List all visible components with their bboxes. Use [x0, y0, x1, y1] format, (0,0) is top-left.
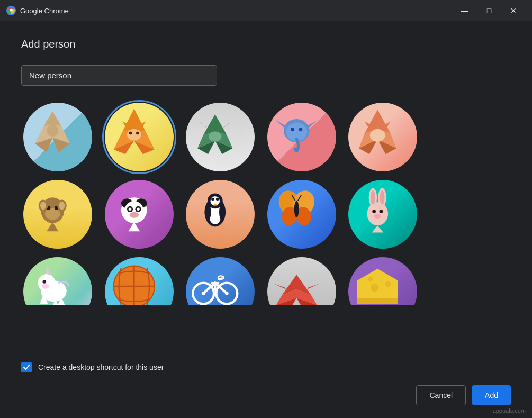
avatar-rabbit[interactable] [348, 180, 417, 249]
avatar-bird[interactable] [267, 257, 336, 305]
svg-point-65 [219, 203, 225, 221]
svg-point-55 [129, 212, 139, 218]
svg-marker-85 [41, 269, 47, 275]
dialog-content: Add person [0, 21, 532, 418]
svg-point-17 [136, 132, 139, 135]
svg-point-104 [218, 276, 224, 279]
svg-marker-23 [222, 120, 233, 129]
svg-point-16 [129, 132, 132, 135]
svg-point-39 [45, 208, 60, 220]
svg-marker-112 [357, 298, 398, 304]
svg-point-77 [380, 190, 385, 205]
avatar-section [21, 98, 511, 351]
svg-marker-56 [128, 222, 140, 232]
svg-marker-109 [273, 284, 286, 289]
svg-point-115 [368, 277, 373, 282]
avatar-cheese[interactable] [348, 257, 417, 305]
avatar-bicycle[interactable] [186, 257, 255, 305]
svg-point-76 [371, 190, 375, 205]
svg-marker-42 [47, 222, 58, 232]
svg-marker-9 [122, 108, 146, 132]
dialog-title: Add person [21, 38, 511, 50]
svg-point-30 [299, 128, 302, 132]
svg-marker-28 [307, 120, 317, 127]
checkbox-row: Create a desktop shortcut for this user [21, 362, 511, 372]
avatar-fox[interactable] [105, 103, 174, 171]
svg-point-114 [385, 281, 391, 287]
svg-point-54 [137, 207, 140, 211]
svg-point-13 [127, 129, 141, 141]
avatar-panda[interactable] [105, 180, 174, 249]
svg-marker-110 [307, 284, 320, 289]
svg-point-70 [294, 201, 299, 217]
svg-point-113 [371, 284, 378, 292]
avatar-monkey[interactable] [23, 180, 92, 249]
maximize-button[interactable]: □ [477, 0, 501, 21]
svg-point-86 [42, 280, 46, 284]
svg-marker-106 [276, 289, 317, 305]
name-input[interactable] [21, 65, 217, 86]
svg-point-73 [367, 202, 389, 225]
avatar-unicorn[interactable] [23, 257, 92, 305]
svg-point-78 [373, 210, 376, 213]
avatar-scroll-area[interactable] [21, 98, 511, 305]
svg-point-87 [42, 284, 49, 289]
svg-point-45 [40, 202, 46, 210]
title-bar: Google Chrome — □ ✕ [0, 0, 532, 21]
desktop-shortcut-checkbox[interactable] [21, 362, 32, 372]
avatar-penguin[interactable] [186, 180, 255, 249]
avatar-basketball[interactable] [105, 257, 174, 305]
checkbox-label: Create a desktop shortcut for this user [38, 363, 164, 371]
svg-marker-2 [44, 112, 61, 126]
cancel-button[interactable]: Cancel [416, 385, 466, 405]
avatar-cat[interactable] [23, 103, 92, 171]
avatar-origami-fox2[interactable] [348, 103, 417, 171]
svg-point-6 [47, 125, 58, 137]
svg-point-79 [380, 210, 383, 213]
svg-point-29 [291, 128, 294, 132]
svg-marker-111 [357, 269, 398, 298]
chrome-icon [6, 6, 16, 15]
avatar-elephant[interactable] [267, 103, 336, 171]
svg-point-35 [370, 129, 385, 142]
svg-point-83 [38, 274, 56, 292]
svg-point-80 [374, 214, 381, 219]
avatar-grid [21, 98, 423, 305]
svg-marker-81 [372, 225, 384, 232]
footer-buttons: Cancel Add [21, 385, 511, 405]
close-button[interactable]: ✕ [501, 0, 526, 21]
svg-point-53 [128, 207, 131, 211]
svg-marker-22 [197, 120, 208, 129]
avatar-dragon[interactable] [186, 103, 255, 171]
avatar-butterfly[interactable] [267, 180, 336, 249]
title-bar-text: Google Chrome [20, 7, 453, 15]
svg-point-24 [209, 131, 221, 142]
minimize-button[interactable]: — [453, 0, 477, 21]
svg-point-62 [216, 198, 219, 201]
svg-point-46 [59, 202, 65, 210]
svg-point-61 [211, 198, 214, 201]
watermark: appuals.com [493, 407, 526, 414]
svg-point-64 [205, 203, 211, 221]
checkmark-icon [23, 364, 30, 371]
title-bar-controls: — □ ✕ [453, 0, 526, 21]
svg-marker-84 [46, 264, 49, 275]
add-button[interactable]: Add [472, 385, 511, 405]
svg-marker-27 [276, 120, 286, 127]
